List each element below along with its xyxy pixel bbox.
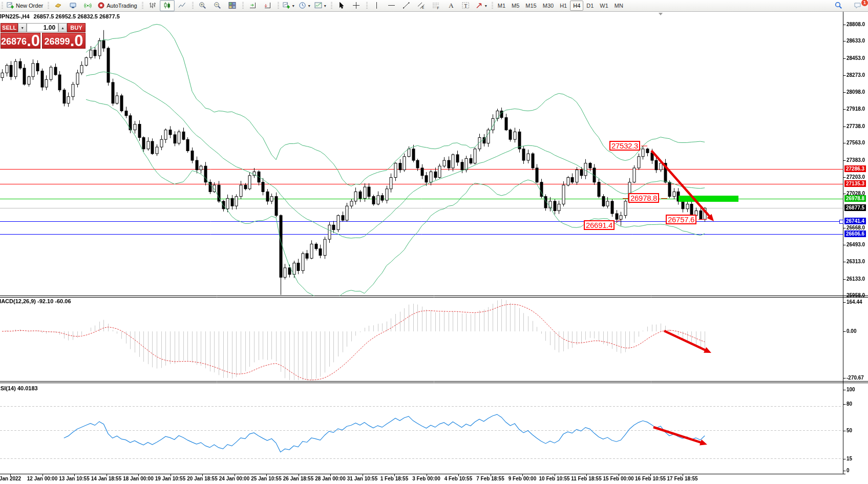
buy-price-button[interactable]: 26899.0 [42,33,86,49]
bar-chart-button[interactable] [145,0,160,11]
axis-label: 26313.0 [846,259,865,264]
svg-text:F: F [437,6,439,9]
axis-label: 28098.0 [846,89,865,95]
time-label: 26 Jan 18:55 [283,476,314,481]
axis-label: 100 [846,387,855,392]
autotrading-icon [97,2,105,10]
volume-up-button[interactable]: ▲ [58,23,67,32]
time-label: 11 Feb 18:55 [571,476,601,481]
fibonacci-button[interactable]: F [429,0,443,11]
timeframe-h4-button[interactable]: H4 [570,1,583,11]
timeframe-m5-button[interactable]: M5 [509,1,522,11]
time-label: 1 Feb 18:55 [380,476,408,481]
time-label: Jan 2022 [0,476,21,481]
auto-scroll-button[interactable] [245,0,260,11]
horizontal-line-button[interactable] [384,0,399,11]
profiles-button[interactable] [297,0,312,11]
line-chart-button[interactable] [175,0,189,11]
axis-label: 0 [846,468,850,473]
signals-button[interactable] [80,0,95,11]
time-label: 13 Jan 10:55 [59,476,90,481]
toolbar-group: AutoTrading [46,0,140,11]
time-label: 12 Jan 00:00 [27,476,58,481]
timeframe-m1-button[interactable]: M1 [495,1,509,11]
price-badge: 26978.8 [844,195,866,202]
axis-label: 28808.0 [846,22,865,27]
timeframe-mn-button[interactable]: MN [611,1,626,11]
vertical-line-button[interactable] [369,0,384,11]
time-label: 9 Feb 00:00 [509,476,536,481]
ohlc-values: 26857.5 26952.5 26832.5 26877.5 [34,13,120,19]
tile-windows-button[interactable] [225,0,240,11]
price-badge: 26606.6 [844,230,866,237]
axis-label: 26493.0 [846,242,865,247]
sell-button[interactable]: SELL [1,23,18,32]
new-chart-button[interactable] [281,0,297,11]
text-button[interactable]: A [443,0,458,11]
price-callout-label[interactable]: 26691.4 [584,220,615,230]
new-order-button[interactable]: New Order [5,0,45,11]
fibonacci-icon: F [432,2,440,10]
symbol-period: JPN225-,H4 [0,13,30,19]
cursor-button[interactable] [334,0,349,11]
channel-button[interactable]: E [414,0,429,11]
trendline-button[interactable] [399,0,414,11]
search-button[interactable] [831,0,846,11]
svg-text:T: T [464,3,467,8]
toolbar-buttons: New OrderAutoTradingEFATM1M5M15M30H1H4D1… [0,0,627,11]
axis-label: 28453.0 [846,55,865,61]
toolbar-group [276,0,329,11]
axis-label: 26133.0 [846,276,865,282]
toolbar-group [140,0,190,11]
toolbar-right: 1 [831,0,865,11]
hline-drag-handle[interactable] [839,220,843,224]
toolbar-group [241,0,276,11]
buy-button[interactable]: BUY [67,23,86,32]
axis-label: 164.44 [846,299,862,305]
volume-input[interactable] [27,23,58,32]
price-callout-label[interactable]: 27532.3 [609,141,640,151]
crosshair-button[interactable] [349,0,364,11]
indicators-button[interactable] [312,0,328,11]
crosshair-icon [352,2,360,10]
timeframe-w1-button[interactable]: W1 [597,1,611,11]
axis-label: 26668.0 [846,225,865,230]
volume-down-button[interactable]: ▼ [18,23,27,32]
time-label: 14 Jan 18:55 [91,476,122,481]
timeframe-m30-button[interactable]: M30 [540,1,557,11]
deposit-button[interactable] [51,0,66,11]
chat-button[interactable]: 1 [850,0,865,11]
terminal-button[interactable] [66,0,80,11]
price-callout-label[interactable]: 26978.8 [628,193,659,203]
indicators-icon [314,2,322,10]
timeframe-m15-button[interactable]: M15 [522,1,539,11]
auto-scroll-icon [249,2,257,10]
new-order-label: New Order [16,3,43,9]
price-badge: 27135.3 [844,180,866,187]
candlestick-button[interactable] [160,0,175,11]
chat-icon [854,2,861,10]
price-callout-label[interactable]: 26757.6 [666,215,696,224]
chart-canvas[interactable] [0,0,868,484]
axis-label: 27383.0 [846,157,865,163]
text-label-button[interactable]: T [458,0,473,11]
time-label: 20 Jan 18:55 [187,476,218,481]
timeframe-d1-button[interactable]: D1 [583,1,597,11]
sell-price-button[interactable]: 26876.0 [1,33,40,49]
candlestick-icon [163,2,171,10]
chart-shift-button[interactable] [260,0,275,11]
rsi-label: RSI(14) 40.0183 [0,385,38,391]
autotrading-button[interactable]: AutoTrading [95,0,139,11]
buy-price-main: 26899 [45,35,70,48]
toolbar-group [329,0,365,11]
zoom-in-button[interactable] [195,0,210,11]
profiles-icon [299,2,306,10]
axis-label: 50 [846,428,852,433]
notification-badge: 1 [861,0,868,6]
arrows-button[interactable] [473,0,489,11]
horizontal-line-icon [388,2,395,10]
time-label: 4 Feb 10:55 [444,476,472,481]
zoom-out-button[interactable] [210,0,225,11]
time-label: 16 Feb 10:55 [635,476,666,481]
timeframe-h1-button[interactable]: H1 [557,1,570,11]
